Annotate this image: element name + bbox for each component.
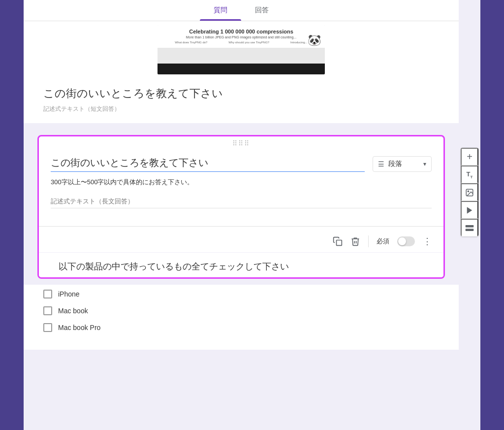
banner-bottom-bar	[158, 64, 325, 74]
add-text-button[interactable]: TT	[461, 165, 478, 183]
active-question-card[interactable]: ⠿⠿⠿ この街のいいところを教えて下さい ☰ 段落 ▾ 300字以上〜500字以…	[37, 135, 445, 279]
add-image-button[interactable]	[461, 183, 478, 201]
checkbox-macbookpro[interactable]	[43, 323, 52, 332]
dropdown-label: 段落	[388, 160, 419, 168]
tab-answer[interactable]: 回答	[241, 0, 283, 21]
copy-button[interactable]	[333, 236, 343, 246]
svg-rect-4	[466, 225, 474, 228]
add-video-button[interactable]	[461, 201, 478, 219]
checkbox-iphone-label: iPhone	[58, 290, 80, 298]
gray-gap	[24, 123, 459, 135]
plus-icon: +	[467, 151, 472, 163]
banner-top: Celebrating 1 000 000 000 compressions M…	[158, 25, 325, 48]
question1-type: 記述式テキスト（短文回答）	[43, 105, 439, 113]
main-content: 質問 回答 Celebrating 1 000 000 000 compress…	[24, 0, 480, 430]
checkbox-item-iphone: iPhone	[43, 290, 439, 298]
banner-container: Celebrating 1 000 000 000 compressions M…	[24, 21, 459, 74]
checkbox-item-macbookpro: Mac book Pro	[43, 323, 439, 332]
checkbox-macbookpro-label: Mac book Pro	[58, 324, 100, 331]
menu-lines-icon: ☰	[378, 160, 384, 168]
text-icon: TT	[467, 170, 473, 179]
dropdown-type-selector[interactable]: ☰ 段落 ▾	[373, 156, 432, 172]
svg-rect-5	[466, 229, 474, 232]
answer-input[interactable]	[51, 195, 432, 208]
card-description: 300字以上〜500字以内で具体的にお答え下さい。	[51, 178, 432, 187]
image-icon	[465, 188, 474, 197]
svg-rect-0	[337, 240, 342, 246]
footer-divider	[368, 235, 369, 247]
banner-link-1[interactable]: What does TinyPNG do?	[175, 41, 207, 44]
right-toolbar: + TT	[459, 0, 480, 430]
next-question-preview: 以下の製品の中で持っているもの全てチェックして下さい	[39, 253, 443, 277]
card-inner: この街のいいところを教えて下さい ☰ 段落 ▾ 300字以上〜500字以内で具体…	[39, 148, 443, 222]
card-question-title: この街のいいところを教えて下さい	[51, 156, 365, 172]
drag-handle[interactable]: ⠿⠿⠿	[39, 136, 443, 148]
checkbox-item-macbook: Mac book	[43, 306, 439, 315]
required-toggle[interactable]	[397, 236, 415, 246]
banner-title: Celebrating 1 000 000 000 compressions	[162, 28, 320, 35]
tool-group: + TT	[461, 148, 478, 236]
next-question-title: 以下の製品の中で持っているもの全てチェックして下さい	[59, 261, 424, 272]
banner-subtitle: More than 1 billion JPEG and PNG images …	[162, 35, 320, 40]
required-label: 必須	[377, 237, 389, 246]
dropdown-arrow-icon: ▾	[423, 161, 426, 167]
video-icon	[465, 206, 474, 215]
right-bar	[480, 0, 504, 430]
banner-panda-icon: 🐼	[308, 34, 321, 47]
tab-question[interactable]: 質問	[200, 0, 241, 21]
banner-link-2[interactable]: Why should you use TinyPNG?	[228, 41, 269, 44]
checkbox-iphone[interactable]	[43, 290, 52, 298]
banner-links: What does TinyPNG do? Why should you use…	[162, 40, 320, 45]
card-footer: 必須 ⋮	[39, 231, 443, 252]
gray-gap-2	[24, 279, 459, 285]
svg-point-2	[468, 191, 469, 192]
add-section-button[interactable]	[461, 219, 478, 236]
more-options-button[interactable]: ⋮	[423, 236, 432, 247]
banner-image: Celebrating 1 000 000 000 compressions M…	[158, 25, 325, 74]
section-icon	[465, 225, 474, 232]
tabs-bar: 質問 回答	[24, 0, 459, 21]
checkbox-macbook-label: Mac book	[58, 307, 88, 315]
banner-link-3[interactable]: Introducing...	[290, 41, 308, 44]
card-divider	[37, 226, 445, 227]
add-element-button[interactable]: +	[461, 148, 478, 165]
svg-marker-3	[467, 207, 472, 214]
form-area: 質問 回答 Celebrating 1 000 000 000 compress…	[24, 0, 459, 430]
question1-title: この街のいいところを教えて下さい	[43, 86, 439, 101]
outer-wrapper: 質問 回答 Celebrating 1 000 000 000 compress…	[0, 0, 504, 430]
question1-section: この街のいいところを教えて下さい 記述式テキスト（短文回答）	[24, 74, 459, 123]
left-bar	[0, 0, 24, 430]
checkbox-section: iPhone Mac book Mac book Pro	[24, 285, 459, 350]
checkbox-macbook[interactable]	[43, 306, 52, 315]
delete-button[interactable]	[350, 236, 360, 246]
card-header-row: この街のいいところを教えて下さい ☰ 段落 ▾	[51, 156, 432, 172]
